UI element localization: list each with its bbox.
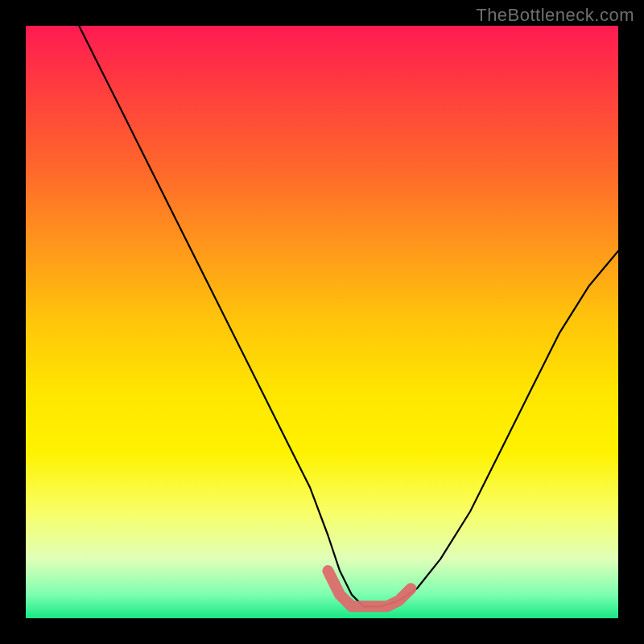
gradient-plot-area [26,26,618,618]
chart-frame: TheBottleneck.com [0,0,644,644]
watermark-text: TheBottleneck.com [476,5,634,26]
